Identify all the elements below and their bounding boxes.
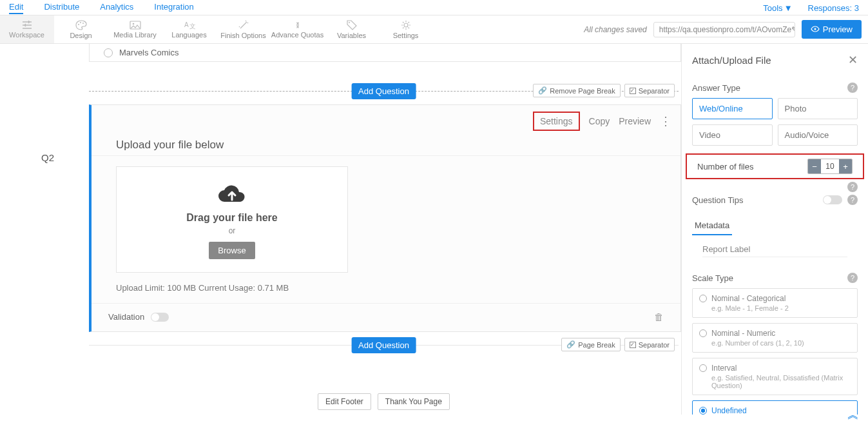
help-icon[interactable]: ?: [847, 195, 858, 205]
preview-button[interactable]: Preview: [802, 20, 862, 39]
properties-panel: Attach/Upload File ✕ Answer Type ? Web/O…: [681, 44, 868, 415]
survey-url-box[interactable]: https://qa.questionpro.com/t/AOvomZe ✎: [653, 22, 795, 37]
answer-type-label: Answer Type ?: [682, 83, 868, 93]
tool-label: Advance Quotas: [271, 31, 323, 39]
radio-icon: [699, 407, 707, 415]
nav-analytics[interactable]: Analytics: [100, 2, 133, 14]
divider-chips: 🔗 Remove Page Break ✓ Separator: [533, 84, 675, 97]
radio-icon: [699, 364, 707, 372]
question-card: Settings Copy Preview ⋮ Upload your file…: [89, 104, 681, 332]
footer-buttons: Edit Footer Thank You Page: [86, 393, 681, 410]
help-icon[interactable]: ?: [847, 273, 858, 283]
num-files-stepper[interactable]: − +: [807, 159, 853, 174]
link-icon: 🔗: [566, 340, 575, 349]
scale-interval[interactable]: Interval e.g. Satisfied, Neutral, Dissat…: [692, 358, 858, 395]
help-icon[interactable]: ?: [847, 83, 858, 93]
more-icon[interactable]: ⋮: [660, 115, 671, 127]
top-nav-left: Edit Distribute Analytics Integration: [9, 2, 194, 14]
svg-point-4: [132, 23, 134, 24]
nav-edit[interactable]: Edit: [9, 2, 23, 14]
workspace-icon: [21, 21, 33, 30]
type-audio[interactable]: Audio/Voice: [778, 124, 858, 146]
language-icon: A文: [184, 21, 195, 30]
svg-point-9: [814, 28, 816, 30]
thank-you-button[interactable]: Thank You Page: [378, 393, 450, 410]
checkbox-icon: ✓: [630, 342, 636, 348]
num-files-input[interactable]: [821, 159, 839, 173]
stepper-minus[interactable]: −: [808, 159, 821, 173]
answer-type-grid: Web/Online Photo Video Audio/Voice: [682, 98, 868, 146]
svg-point-0: [78, 24, 79, 25]
radio-icon: [104, 48, 113, 57]
caret-down-icon: ▼: [784, 3, 793, 13]
tool-design[interactable]: Design: [54, 15, 108, 43]
tool-label: Variables: [337, 32, 366, 39]
add-question-button-2[interactable]: Add Question: [351, 337, 416, 353]
question-tips-toggle[interactable]: [823, 195, 842, 204]
tool-media[interactable]: Media Library: [108, 15, 162, 43]
svg-text:A: A: [184, 21, 189, 28]
edit-footer-button[interactable]: Edit Footer: [318, 393, 371, 410]
question-number: Q2: [41, 152, 54, 163]
metadata-tab[interactable]: Metadata: [692, 217, 732, 235]
tool-quotas[interactable]: Advance Quotas: [271, 15, 325, 43]
separator-chip[interactable]: ✓ Separator: [624, 84, 675, 97]
chip-label: Separator: [639, 341, 670, 349]
top-nav: Edit Distribute Analytics Integration To…: [0, 0, 868, 15]
close-icon[interactable]: ✕: [848, 53, 858, 67]
tool-finish[interactable]: Finish Options: [217, 15, 271, 43]
type-photo[interactable]: Photo: [778, 98, 858, 119]
chip-label: Remove Page Break: [550, 87, 615, 95]
main: Q2 Marvels Comics Add Question 🔗 Remove …: [0, 44, 868, 415]
remove-page-break-chip[interactable]: 🔗 Remove Page Break: [533, 84, 621, 97]
stepper-plus[interactable]: +: [839, 159, 852, 173]
separator-chip-2[interactable]: ✓ Separator: [624, 338, 675, 351]
validation-toggle[interactable]: [151, 313, 169, 322]
tool-label: Media Library: [113, 31, 157, 39]
add-question-button[interactable]: Add Question: [351, 83, 416, 99]
browse-button[interactable]: Browse: [209, 242, 255, 259]
tool-variables[interactable]: Variables: [325, 15, 379, 43]
upload-dropzone[interactable]: Drag your file here or Browse: [116, 166, 348, 273]
upload-limit-text: Upload Limit: 100 MB Current Usage: 0.71…: [92, 279, 680, 303]
q-copy-button[interactable]: Copy: [589, 116, 610, 126]
nav-responses[interactable]: Responses: 3: [808, 3, 860, 13]
tool-workspace[interactable]: Workspace: [0, 15, 54, 43]
svg-text:文: 文: [189, 23, 195, 30]
scale-nominal-cat[interactable]: Nominal - Categorical e.g. Male - 1, Fem…: [692, 288, 858, 318]
type-web-online[interactable]: Web/Online: [692, 98, 773, 119]
tool-languages[interactable]: A文 Languages: [162, 15, 217, 43]
nav-distribute[interactable]: Distribute: [44, 2, 79, 14]
wand-icon: [238, 20, 249, 30]
divider-chips-2: 🔗 Page Break ✓ Separator: [561, 338, 675, 351]
radio-icon: [699, 329, 707, 337]
scale-nominal-num[interactable]: Nominal - Numeric e.g. Number of cars (1…: [692, 323, 858, 353]
image-icon: [130, 21, 141, 30]
report-label-input[interactable]: Report Label: [702, 244, 847, 257]
page-break-chip[interactable]: 🔗 Page Break: [561, 338, 620, 351]
pencil-icon[interactable]: ✎: [791, 25, 795, 34]
radio-icon: [699, 295, 707, 302]
panel-title: Attach/Upload File: [692, 55, 771, 66]
top-nav-right: Tools▼ Responses: 3: [763, 3, 859, 13]
validation-row: Validation 🗑: [92, 303, 680, 331]
trash-icon[interactable]: 🗑: [654, 311, 664, 322]
question-index: Q2: [9, 44, 86, 415]
type-video[interactable]: Video: [692, 124, 773, 146]
tool-settings[interactable]: Settings: [379, 15, 433, 43]
gear-icon: [401, 20, 411, 30]
q-preview-button[interactable]: Preview: [619, 116, 651, 126]
q-settings-button[interactable]: Settings: [533, 112, 580, 131]
num-files-label: Number of files: [697, 162, 753, 171]
nav-tools[interactable]: Tools▼: [763, 3, 792, 13]
nav-integration[interactable]: Integration: [154, 2, 193, 14]
palette-icon: [75, 20, 87, 30]
scale-undefined[interactable]: Undefined: [692, 400, 858, 415]
saved-indicator: All changes saved: [584, 25, 646, 34]
help-icon[interactable]: ?: [847, 182, 858, 192]
prev-question-option[interactable]: Marvels Comics: [89, 44, 681, 62]
scroll-top-icon[interactable]: ︽: [847, 411, 859, 415]
question-title[interactable]: Upload your file below: [92, 133, 680, 156]
tool-label: Languages: [171, 31, 206, 39]
tool-label: Workspace: [9, 31, 44, 39]
